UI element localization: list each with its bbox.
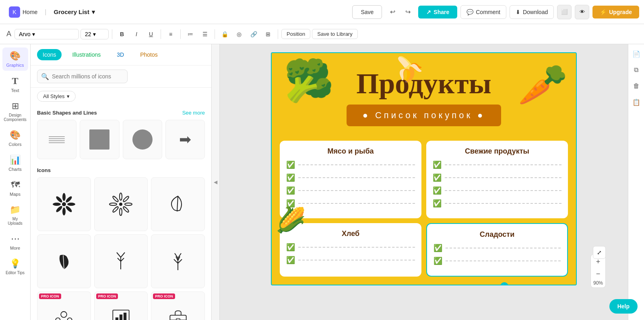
help-button[interactable]: Help <box>609 299 638 314</box>
check-row-s2: ✅ <box>433 256 561 265</box>
text-color-icon[interactable]: A <box>5 28 13 40</box>
shape-lines[interactable] <box>37 120 76 159</box>
zoom-out-button[interactable]: − <box>592 268 604 279</box>
bullet-left: ● <box>363 110 370 121</box>
sidebar-maps-label: Maps <box>10 192 21 197</box>
download-label: Download <box>523 9 548 15</box>
sidebar-item-maps[interactable]: 🗺 Maps <box>2 176 28 200</box>
sidebar-uploads-label: MyUploads <box>8 217 23 226</box>
comment-button[interactable]: 💬 Comment <box>460 5 506 19</box>
icon-item-leaf2[interactable] <box>37 234 91 288</box>
sidebar-design-label: DesignComponents <box>4 113 27 122</box>
link-button[interactable]: 🔗 <box>247 28 260 41</box>
separator-2 <box>161 29 161 39</box>
svg-point-16 <box>123 196 130 203</box>
rotate-handle[interactable]: ↻ <box>500 282 508 285</box>
shape-square[interactable] <box>80 120 119 159</box>
dotted-line-f2 <box>445 177 561 178</box>
left-sidebar: 🎨 Graphics T Text ⊞ DesignComponents 🎨 C… <box>0 44 31 320</box>
card-fresh-produce[interactable]: Свежие продукты ✅ ✅ ✅ <box>426 141 568 218</box>
sidebar-item-text[interactable]: T Text <box>2 72 28 96</box>
corn-decoration: 🌽 <box>276 206 306 234</box>
panel-collapse-handle[interactable]: ◀ <box>212 44 220 320</box>
upgrade-button[interactable]: ⚡ Upgrade <box>592 6 639 18</box>
sidebar-item-charts[interactable]: 📊 Charts <box>2 152 28 175</box>
icon-item-flower1[interactable] <box>37 177 91 231</box>
tab-illustrations[interactable]: Illustrations <box>66 49 106 60</box>
canvas-document[interactable]: 🥦 🍌 🥕 Продукты ● Список покупок ● <box>271 52 577 285</box>
canvas-area[interactable]: 🥦 🍌 🥕 Продукты ● Список покупок ● <box>220 44 628 320</box>
sidebar-item-graphics[interactable]: 🎨 Graphics <box>2 47 28 71</box>
sidebar-colors-label: Colors <box>9 142 22 147</box>
sidebar-item-more[interactable]: ⋯ More <box>2 230 28 254</box>
all-styles-filter[interactable]: All Styles ▾ <box>37 91 76 102</box>
shape-arrow[interactable]: ➡ <box>165 120 205 159</box>
svg-point-18 <box>61 312 67 318</box>
sidebar-item-uploads[interactable]: 📁 MyUploads <box>2 201 28 229</box>
undo-button[interactable]: ↩ <box>385 5 400 19</box>
format-bar: A Arvo ▾ 22 ▾ B I U ≡ ≔ ☰ 🔒 ◎ 🔗 ⊞ Positi… <box>0 24 644 44</box>
tab-icons[interactable]: Icons <box>37 49 62 60</box>
check-row-f2: ✅ <box>433 173 561 182</box>
sidebar-item-colors[interactable]: 🎨 Colors <box>2 127 28 150</box>
list-ordered-button[interactable]: ≔ <box>184 28 197 41</box>
svg-rect-25 <box>170 315 186 320</box>
svg-rect-24 <box>124 313 126 320</box>
svg-point-3 <box>53 203 61 206</box>
pattern-button[interactable]: ⊞ <box>262 28 275 41</box>
underline-button[interactable]: U <box>144 28 157 41</box>
icon-item-plant1[interactable] <box>94 234 148 288</box>
icon-item-leaf[interactable] <box>151 177 205 231</box>
preview-button[interactable]: 👁 <box>575 5 589 19</box>
icon-item-pro-chart[interactable]: PRO ICON <box>94 291 148 320</box>
align-button[interactable]: ≡ <box>164 28 177 41</box>
position-button[interactable]: Position <box>281 29 310 39</box>
icon-item-flower2[interactable] <box>94 177 148 231</box>
download-button[interactable]: ⬇ Download <box>510 5 554 19</box>
redo-button[interactable]: ↪ <box>400 5 415 19</box>
separator-5 <box>278 29 278 39</box>
right-copy-icon[interactable]: ⧉ <box>630 64 643 76</box>
card-sweets[interactable]: Сладости ✅ ✅ ↻ <box>426 223 568 277</box>
mask-button[interactable]: ◎ <box>233 28 246 41</box>
icon-item-plant2[interactable] <box>151 234 205 288</box>
share-label: Share <box>433 9 449 15</box>
icon-item-pro-team[interactable]: PRO ICON <box>37 291 91 320</box>
italic-button[interactable]: I <box>130 28 143 41</box>
lock-button[interactable]: 🔒 <box>218 28 231 41</box>
screen-button[interactable]: ⬜ <box>557 5 572 19</box>
svg-point-9 <box>119 203 122 206</box>
save-button[interactable]: Save <box>352 5 382 19</box>
check-icon-2: ✅ <box>286 173 295 182</box>
icons-title: Icons <box>37 167 51 173</box>
tab-photos[interactable]: Photos <box>134 49 163 60</box>
font-size-selector[interactable]: 22 ▾ <box>80 29 109 39</box>
sidebar-item-editor-tips[interactable]: 💡 Editor Tips <box>2 255 28 278</box>
doc-title[interactable]: Grocery List ▾ <box>50 6 99 18</box>
svg-point-13 <box>125 203 132 205</box>
bold-button[interactable]: B <box>116 28 128 41</box>
right-duplicate-icon[interactable]: 📋 <box>630 96 643 109</box>
card-meat-fish-title: Мясо и рыба <box>286 147 415 156</box>
right-delete-icon[interactable]: 🗑 <box>630 80 643 92</box>
svg-point-8 <box>55 205 63 213</box>
check-row-s1: ✅ <box>433 244 561 252</box>
svg-point-5 <box>55 195 63 203</box>
see-more-shapes[interactable]: See more <box>182 110 205 116</box>
filter-chevron-icon: ▾ <box>67 93 70 99</box>
home-button[interactable]: K Home <box>5 4 41 20</box>
sidebar-item-design[interactable]: ⊞ DesignComponents <box>2 98 28 125</box>
list-unordered-button[interactable]: ☰ <box>198 28 211 41</box>
icon-item-pro-briefcase[interactable]: PRO ICON <box>151 291 205 320</box>
share-button[interactable]: ↗ Share <box>418 6 457 18</box>
right-page-icon[interactable]: 📄 <box>630 47 643 60</box>
tab-3d[interactable]: 3D <box>111 49 130 60</box>
search-input[interactable] <box>37 70 128 83</box>
canvas-cards-grid: Мясо и рыба ✅ ✅ ✅ <box>272 134 576 285</box>
svg-point-1 <box>62 193 66 201</box>
save-to-library-button[interactable]: Save to Library <box>312 29 357 39</box>
font-selector[interactable]: Arvo ▾ <box>14 29 79 39</box>
shape-circle[interactable] <box>123 120 162 159</box>
svg-point-20 <box>68 318 72 320</box>
expand-button[interactable]: ⤢ <box>593 246 606 259</box>
